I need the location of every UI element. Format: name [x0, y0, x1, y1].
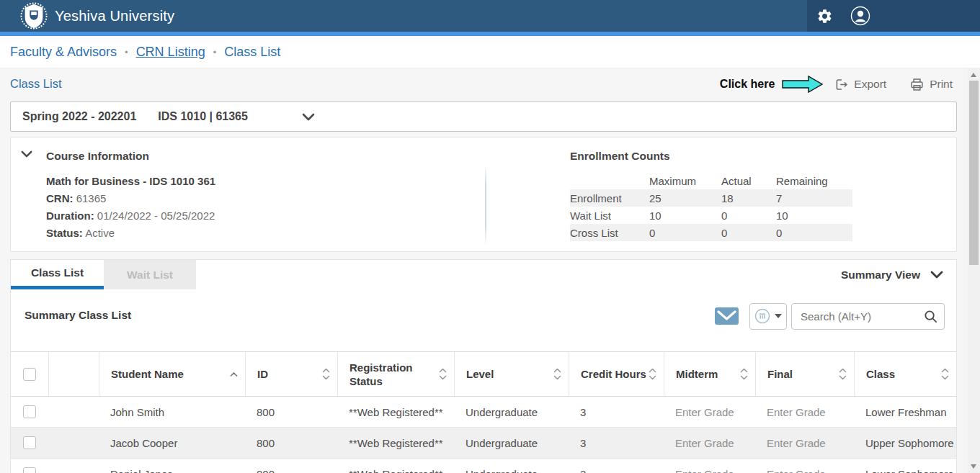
sort-ascending-icon [230, 371, 238, 377]
export-label: Export [854, 78, 886, 91]
enrollment-counts-title: Enrollment Counts [570, 150, 670, 163]
actual-value: 18 [721, 192, 776, 204]
breadcrumb-separator: • [125, 47, 128, 58]
scroll-up-icon[interactable] [971, 73, 976, 77]
id-cell: 800 [245, 406, 337, 418]
page-title: Class List [10, 77, 62, 91]
print-icon [909, 77, 925, 92]
breadcrumb-crn-listing[interactable]: CRN Listing [136, 45, 205, 60]
table-options-button[interactable] [749, 303, 787, 330]
course-information-card: Course Information Math for Business - I… [10, 137, 957, 252]
final-grade-cell[interactable]: Enter Grade [755, 437, 854, 449]
email-button[interactable] [715, 307, 739, 325]
column-label: ID [257, 367, 268, 381]
column-header-midterm[interactable]: Midterm [664, 352, 755, 396]
class-cell: Lower Freshman [854, 406, 956, 418]
midterm-grade-cell[interactable]: Enter Grade [664, 468, 755, 473]
column-header-registration-status[interactable]: Registration Status [337, 352, 454, 396]
breadcrumb-class-list[interactable]: Class List [224, 45, 280, 60]
column-label: Class [866, 367, 895, 381]
registration-status-cell: **Web Registered** [337, 468, 454, 473]
student-name-cell: John Smith [99, 406, 245, 418]
enrollment-row: Enrollment 25 18 7 [570, 189, 852, 207]
id-cell: 800 [245, 437, 337, 449]
header-right-panel [807, 0, 980, 32]
credit-hours-cell: 3 [569, 406, 664, 418]
row-label: Enrollment [570, 192, 649, 204]
registration-status-cell: **Web Registered** [337, 406, 454, 418]
term-course-selector[interactable]: Spring 2022 - 202201 IDS 1010 | 61365 [10, 102, 957, 132]
table-header-row: Student Name ID Registration Status [11, 351, 956, 397]
yu-shield-logo-icon [20, 1, 48, 30]
person-circle-icon [850, 6, 870, 26]
row-label: Wait List [570, 210, 649, 222]
maximum-value: 10 [649, 210, 721, 222]
sort-both-icon [740, 368, 748, 380]
credit-hours-cell: 3 [569, 437, 664, 449]
column-label: Midterm [676, 367, 718, 381]
midterm-grade-cell[interactable]: Enter Grade [664, 437, 755, 449]
collapse-section-button[interactable] [21, 150, 32, 158]
select-all-checkbox-cell [11, 352, 48, 396]
row-checkbox[interactable] [23, 405, 36, 418]
sort-both-icon [439, 368, 447, 380]
vertical-divider [485, 165, 486, 245]
final-grade-cell[interactable]: Enter Grade [755, 468, 854, 473]
export-button[interactable]: Export [834, 77, 886, 92]
page-actions: Click here Export [720, 73, 953, 95]
row-label: Cross List [570, 227, 649, 239]
annotation-arrow-icon [782, 75, 824, 94]
table-row: Jacob Cooper 800 **Web Registered** Unde… [11, 428, 956, 459]
row-checkbox[interactable] [23, 436, 36, 449]
column-header-final[interactable]: Final [755, 352, 854, 396]
wait-list-row: Wait List 10 0 10 [570, 207, 852, 224]
column-label: Final [767, 367, 793, 381]
brand-title: Yeshiva University [55, 8, 174, 24]
row-checkbox[interactable] [23, 467, 36, 473]
sort-both-icon [839, 368, 847, 380]
student-name-cell: Daniel Jones [99, 468, 245, 473]
scrollbar-thumb[interactable] [969, 81, 979, 265]
brand: Yeshiva University [20, 0, 174, 32]
print-button[interactable]: Print [909, 77, 953, 92]
class-list-panel: Class List Wait List Summary View Summar… [10, 259, 957, 473]
final-grade-cell[interactable]: Enter Grade [755, 406, 854, 418]
maximum-value: 25 [649, 192, 721, 204]
select-all-checkbox[interactable] [23, 368, 36, 381]
tab-wait-list[interactable]: Wait List [104, 260, 196, 289]
column-header-credit-hours[interactable]: Credit Hours [569, 352, 664, 396]
breadcrumb-faculty-advisors[interactable]: Faculty & Advisors [10, 45, 117, 60]
column-header-class[interactable]: Class [854, 352, 956, 396]
settings-button[interactable] [816, 0, 833, 32]
level-cell: Undergraduate [454, 468, 569, 473]
vertical-scrollbar[interactable] [968, 68, 980, 473]
gear-icon [816, 8, 833, 24]
field-value: 61365 [76, 192, 107, 204]
search-icon[interactable] [923, 309, 938, 324]
breadcrumb: Faculty & Advisors • CRN Listing • Class… [0, 36, 980, 68]
sort-both-icon [322, 368, 330, 380]
search-input[interactable] [791, 303, 945, 330]
level-cell: Undergraduate [454, 406, 569, 418]
scroll-down-icon[interactable] [971, 464, 976, 469]
column-header-student-name[interactable]: Student Name [99, 352, 245, 396]
course-field-duration: Duration: 01/24/2022 - 05/25/2022 [46, 210, 215, 222]
field-value: 01/24/2022 - 05/25/2022 [97, 210, 215, 222]
remaining-value: 10 [776, 210, 852, 222]
summary-view-selector[interactable]: Summary View [841, 260, 943, 289]
midterm-grade-cell[interactable]: Enter Grade [664, 406, 755, 418]
column-header-level[interactable]: Level [454, 352, 569, 396]
chevron-down-icon [930, 270, 943, 279]
student-table: Student Name ID Registration Status [11, 351, 956, 473]
enrollment-counts-table: Maximum Actual Remaining Enrollment 25 1… [570, 172, 852, 241]
breadcrumb-separator: • [213, 47, 217, 58]
toolbar-cluster [715, 302, 945, 330]
export-icon [834, 77, 849, 92]
column-header-id[interactable]: ID [245, 352, 337, 396]
columns-circle-icon [754, 308, 770, 324]
tab-class-list[interactable]: Class List [11, 260, 104, 289]
field-label: CRN: [46, 192, 74, 204]
class-list-page: Yeshiva University Faculty & Advisors • [0, 0, 980, 473]
remaining-value: 7 [776, 192, 852, 204]
profile-button[interactable] [850, 0, 870, 32]
